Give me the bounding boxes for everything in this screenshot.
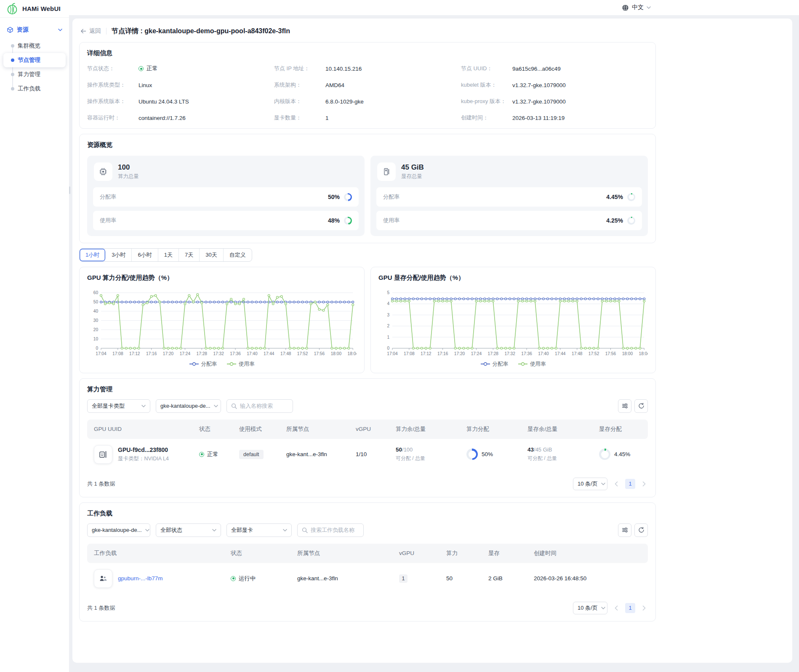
memory-total-value: 45 GiB: [401, 163, 424, 172]
language-label: 中文: [632, 4, 644, 11]
tab-1d[interactable]: 1天: [158, 249, 179, 261]
workload-node-select[interactable]: gke-kantaloupe-de...: [87, 523, 150, 537]
tree-dot-icon: [11, 73, 14, 76]
alloc-donut: [344, 193, 352, 201]
page-number-1[interactable]: 1: [625, 603, 635, 613]
trend-chart-svg: 010203040506017:0417:0817:1217:1617:2017…: [87, 289, 357, 359]
tab-3h[interactable]: 3小时: [106, 249, 132, 261]
memory-trend-chart: 01234517:0417:0817:1217:1617:2017:2417:2…: [378, 289, 648, 359]
column-settings-button[interactable]: [618, 523, 631, 537]
back-label: 返回: [89, 27, 101, 35]
page-title: 节点详情 : gke-kantaloupe-demo-gpu-pool-a843…: [112, 27, 290, 36]
tab-1h[interactable]: 1小时: [80, 249, 106, 261]
svg-text:17:36: 17:36: [521, 351, 532, 356]
usage-donut: [627, 217, 635, 225]
workloads-card: 工作负载 gke-kantaloupe-de... 全部状态: [79, 502, 656, 622]
legend-item[interactable]: 使用率: [518, 361, 546, 368]
workload-search-input[interactable]: [311, 527, 360, 533]
sidebar-group-resources[interactable]: 资源: [0, 22, 69, 38]
language-selector[interactable]: 中文: [622, 4, 651, 11]
workload-created: 2026-03-26 16:48:50: [534, 575, 641, 582]
page-size-select[interactable]: 10 条/页: [573, 478, 607, 490]
page-header: 返回 节点详情 : gke-kantaloupe-demo-gpu-pool-a…: [79, 22, 656, 40]
status-ok-icon: [231, 576, 236, 581]
svg-text:1: 1: [387, 335, 390, 340]
next-page-button[interactable]: [640, 479, 648, 489]
tab-7d[interactable]: 7天: [179, 249, 200, 261]
chevron-down-icon: [601, 483, 605, 485]
workloads-title: 工作负载: [87, 510, 648, 518]
column-settings-button[interactable]: [618, 399, 631, 413]
chart-title: GPU 显存分配/使用趋势（%）: [378, 274, 648, 282]
svg-text:17:36: 17:36: [230, 351, 241, 356]
legend-item[interactable]: 分配率: [481, 361, 509, 368]
globe-icon: [622, 4, 629, 11]
alloc-donut: [627, 193, 635, 201]
svg-text:20: 20: [93, 327, 99, 332]
refresh-button[interactable]: [634, 399, 648, 413]
sidebar-item-workloads[interactable]: 工作负载: [3, 82, 66, 96]
legend-marker-icon: [227, 362, 236, 366]
sidebar-item-cluster-overview[interactable]: 集群概览: [3, 39, 66, 53]
field-kernel-version: 内核版本： 6.8.0-1029-gke: [274, 98, 461, 105]
workload-filters: gke-kantaloupe-de... 全部状态 全部显卡: [87, 523, 648, 537]
legend-item[interactable]: 分配率: [189, 361, 217, 368]
svg-text:17:08: 17:08: [112, 351, 123, 356]
next-page-button[interactable]: [640, 603, 648, 613]
svg-text:17:32: 17:32: [504, 351, 515, 356]
node-select[interactable]: gke-kantaloupe-de...: [156, 399, 221, 413]
svg-text:17:24: 17:24: [180, 351, 191, 356]
tab-6h[interactable]: 6小时: [132, 249, 158, 261]
svg-text:18:00: 18:00: [622, 351, 633, 356]
workload-name-link[interactable]: gpuburn-...-lb77m: [118, 575, 163, 582]
memory-total-card: 45 GiB 显存总量 分配率 4.45%: [370, 156, 648, 236]
details-title: 详细信息: [87, 49, 648, 57]
back-button[interactable]: 返回: [80, 27, 101, 35]
page-size-select[interactable]: 10 条/页: [573, 602, 607, 614]
usage-donut: [344, 217, 352, 225]
svg-text:0: 0: [387, 346, 390, 351]
search-icon: [231, 403, 237, 409]
sidebar-collapse-handle[interactable]: [69, 186, 70, 194]
hami-watermelon-logo-icon: [6, 3, 19, 15]
compute-alloc-row: 分配率 50%: [93, 187, 359, 207]
svg-text:17:52: 17:52: [297, 351, 308, 356]
sidebar-item-compute-management[interactable]: 算力管理: [3, 67, 66, 82]
svg-text:17:16: 17:16: [437, 351, 448, 356]
field-node-uuid: 节点 UUID： 9a615c96...a06c49: [461, 65, 648, 72]
svg-text:10: 10: [93, 337, 99, 341]
field-node-ip: 节点 IP 地址： 10.140.15.216: [274, 65, 461, 72]
svg-text:4: 4: [387, 301, 390, 306]
gpu-uuid[interactable]: GPU-f9cd...23f800: [118, 446, 169, 453]
workload-gpu-select[interactable]: 全部显卡: [226, 523, 292, 537]
legend-marker-icon: [518, 362, 527, 366]
svg-text:2: 2: [387, 324, 390, 328]
logo-row: HAMi WebUI: [0, 0, 69, 18]
sidebar-item-node-management[interactable]: 节点管理: [3, 53, 66, 67]
svg-text:18:00: 18:00: [331, 351, 342, 356]
prev-page-button[interactable]: [613, 479, 620, 489]
svg-text:17:28: 17:28: [488, 351, 499, 356]
prev-page-button[interactable]: [613, 603, 620, 613]
memory-icon: [377, 162, 396, 181]
page-number-1[interactable]: 1: [625, 479, 635, 489]
svg-text:17:08: 17:08: [404, 351, 415, 356]
gpu-type-label: 显卡类型：NVIDIA L4: [118, 455, 169, 462]
workload-status-select[interactable]: 全部状态: [156, 523, 221, 537]
total-count: 共 1 条数据: [87, 480, 115, 488]
svg-text:17:48: 17:48: [280, 351, 291, 356]
compute-management-card: 算力管理 全部显卡类型 gke-kantaloupe-de...: [79, 378, 656, 497]
gpu-type-select[interactable]: 全部显卡类型: [87, 399, 150, 413]
tab-custom[interactable]: 自定义: [224, 249, 252, 261]
gpu-vgpu: 1/10: [356, 451, 396, 457]
memory-total-label: 显存总量: [401, 173, 424, 180]
gpu-search-input[interactable]: [240, 403, 290, 409]
tab-30d[interactable]: 30天: [200, 249, 223, 261]
refresh-button[interactable]: [634, 523, 648, 537]
details-grid: 节点状态： 正常 节点 IP 地址： 10.140.15.216 节点 UUID…: [87, 65, 648, 122]
legend-item[interactable]: 使用率: [227, 361, 255, 368]
compute-total-value: 100: [118, 163, 139, 172]
sidebar-item-label: 算力管理: [18, 71, 40, 78]
chevron-down-icon: [214, 405, 218, 407]
svg-text:40: 40: [93, 309, 99, 313]
